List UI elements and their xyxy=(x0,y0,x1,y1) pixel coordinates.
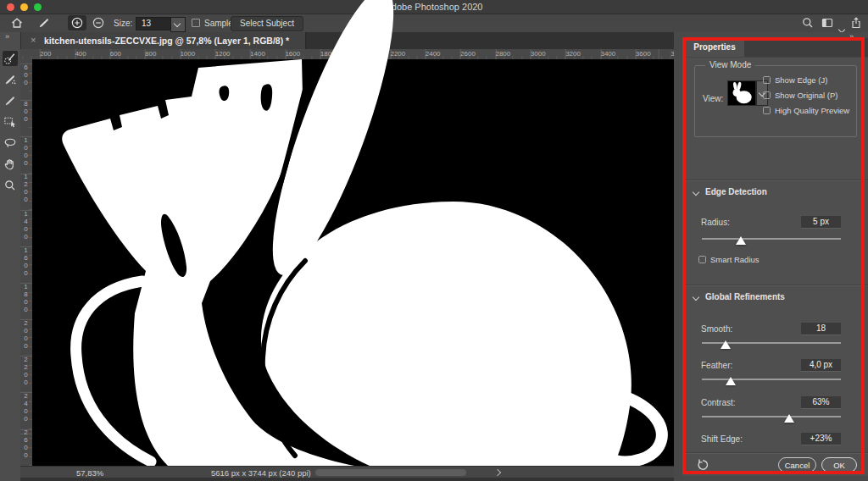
document-tab[interactable]: × kitchen-utensils-ZECCVXE.jpg @ 57,8% (… xyxy=(20,32,306,49)
share-icon[interactable] xyxy=(849,16,863,30)
chevron-down-icon xyxy=(693,188,699,195)
feather-slider-thumb[interactable] xyxy=(726,377,736,385)
v-ruler-label: 800 xyxy=(22,100,30,123)
v-ruler-label: 2600 xyxy=(22,428,30,459)
document-info[interactable]: 5616 px x 3744 px (240 ppi) xyxy=(211,468,311,478)
view-mode-group: View Mode View: Show Edge (J) xyxy=(694,65,857,137)
panel-tab-bar: Properties xyxy=(682,38,868,58)
h-ruler-label: 1400 xyxy=(250,50,265,58)
radius-slider-thumb[interactable] xyxy=(736,236,746,245)
edge-detection-header[interactable]: Edge Detection xyxy=(693,187,767,196)
v-ruler-label: 2400 xyxy=(22,392,30,423)
refine-edge-brush-tool[interactable] xyxy=(3,72,18,87)
h-ruler-label: 600 xyxy=(110,50,121,58)
h-ruler-label: 3400 xyxy=(600,50,615,58)
reset-icon[interactable] xyxy=(696,458,709,472)
brush-size-field[interactable]: 13 xyxy=(136,17,175,30)
show-original-checkbox-row[interactable]: Show Original (P) xyxy=(763,91,837,100)
cancel-button[interactable]: Cancel xyxy=(778,457,816,473)
show-edge-checkbox-row[interactable]: Show Edge (J) xyxy=(763,75,827,85)
macos-titlebar: Adobe Photoshop 2020 xyxy=(0,0,868,14)
smooth-slider[interactable] xyxy=(702,342,841,344)
section-divider xyxy=(682,180,868,180)
v-ruler-label: 1800 xyxy=(22,283,30,313)
shift-edge-label: Shift Edge: xyxy=(701,434,743,444)
photoshop-window: Adobe Photoshop 2020 Size: 13 Sample All… xyxy=(0,0,868,481)
subtract-from-selection-mode[interactable] xyxy=(92,16,105,30)
chevron-down-icon xyxy=(693,293,699,300)
show-edge-checkbox[interactable] xyxy=(763,76,771,84)
document-tab-title: kitchen-utensils-ZECCVXE.jpg @ 57,8% (La… xyxy=(44,36,289,46)
size-label: Size: xyxy=(114,19,132,28)
shift-edge-value-field[interactable]: +23% xyxy=(801,433,841,445)
section-divider xyxy=(682,285,868,285)
h-ruler-label: 400 xyxy=(75,50,86,58)
object-selection-tool[interactable] xyxy=(3,114,18,130)
v-ruler-label: 1000 xyxy=(22,136,30,167)
add-to-selection-mode[interactable] xyxy=(68,15,86,30)
h-ruler-label: 3600 xyxy=(636,50,651,58)
mask-preview-image xyxy=(32,59,674,466)
smart-radius-checkbox-row[interactable]: Smart Radius xyxy=(698,255,760,264)
high-quality-preview-checkbox-row[interactable]: High Quality Preview xyxy=(763,106,849,115)
options-bar: Size: 13 Sample All Layers Select Subjec… xyxy=(0,14,868,33)
radius-value-field[interactable]: 5 px xyxy=(801,216,841,229)
contrast-slider-thumb[interactable] xyxy=(784,414,794,423)
minus-circle-icon xyxy=(92,16,105,30)
feather-label: Feather: xyxy=(701,361,732,370)
v-ruler-label: 1200 xyxy=(22,173,30,203)
h-ruler-label: 3000 xyxy=(531,50,546,58)
zoom-tool[interactable] xyxy=(3,178,18,193)
hand-tool[interactable] xyxy=(3,157,18,172)
workspace-switcher-icon[interactable] xyxy=(821,16,834,30)
h-ruler-label: 1200 xyxy=(215,50,231,58)
high-quality-preview-checkbox[interactable] xyxy=(763,107,771,114)
v-ruler-label: 1600 xyxy=(22,246,30,277)
view-mode-thumbnail[interactable] xyxy=(727,80,756,106)
h-ruler-label: 3200 xyxy=(565,50,581,58)
close-tab-icon[interactable]: × xyxy=(31,35,36,45)
plus-circle-icon xyxy=(70,16,84,30)
sample-all-layers-checkbox[interactable] xyxy=(192,19,200,27)
status-expander-icon[interactable] xyxy=(494,469,501,476)
v-ruler-label: 2200 xyxy=(22,356,30,386)
h-ruler-label: 200 xyxy=(40,50,51,58)
h-ruler-label: 2800 xyxy=(495,50,510,58)
h-ruler-label: 1000 xyxy=(180,50,195,58)
tab-properties[interactable]: Properties xyxy=(685,38,744,57)
brush-tool[interactable] xyxy=(3,93,18,108)
h-ruler-label: 2400 xyxy=(426,50,441,58)
v-ruler-label: 600 xyxy=(22,64,30,86)
contrast-slider[interactable] xyxy=(702,416,841,417)
feather-slider[interactable] xyxy=(702,379,841,380)
feather-value-field[interactable]: 4,0 px xyxy=(801,359,841,372)
brush-tool-icon[interactable] xyxy=(37,16,51,30)
toolbar-collapse-icon[interactable]: » xyxy=(5,32,9,41)
smart-radius-checkbox[interactable] xyxy=(698,256,706,263)
radius-slider[interactable] xyxy=(702,238,841,240)
smooth-label: Smooth: xyxy=(701,324,732,334)
document-canvas[interactable] xyxy=(32,59,674,466)
search-icon[interactable] xyxy=(801,16,815,30)
zoom-level-field[interactable]: 57,83% xyxy=(76,468,103,478)
ok-button[interactable]: OK xyxy=(821,457,857,473)
h-ruler-label: 800 xyxy=(145,50,156,58)
brush-size-dropdown[interactable] xyxy=(170,17,186,32)
contrast-label: Contrast: xyxy=(701,398,736,407)
smooth-value-field[interactable]: 18 xyxy=(801,323,841,335)
vertical-ruler[interactable]: 6008001000120014001600180020002200240026… xyxy=(20,59,33,466)
lasso-tool[interactable] xyxy=(3,135,18,151)
select-subject-button[interactable]: Select Subject xyxy=(231,16,303,31)
horizontal-scrollbar-thumb[interactable] xyxy=(315,469,466,476)
show-original-checkbox[interactable] xyxy=(763,91,771,99)
v-ruler-label: 1400 xyxy=(22,210,30,240)
global-refinements-header[interactable]: Global Refinements xyxy=(693,292,785,301)
contrast-value-field[interactable]: 63% xyxy=(801,396,841,409)
h-ruler-label: 1600 xyxy=(285,50,300,58)
view-label: View: xyxy=(703,94,723,103)
quick-selection-tool[interactable] xyxy=(3,51,18,66)
smooth-slider-thumb[interactable] xyxy=(721,340,731,349)
rabbit-mask-icon xyxy=(728,81,755,105)
home-icon[interactable] xyxy=(10,16,24,30)
h-ruler-label: 2600 xyxy=(460,50,476,58)
